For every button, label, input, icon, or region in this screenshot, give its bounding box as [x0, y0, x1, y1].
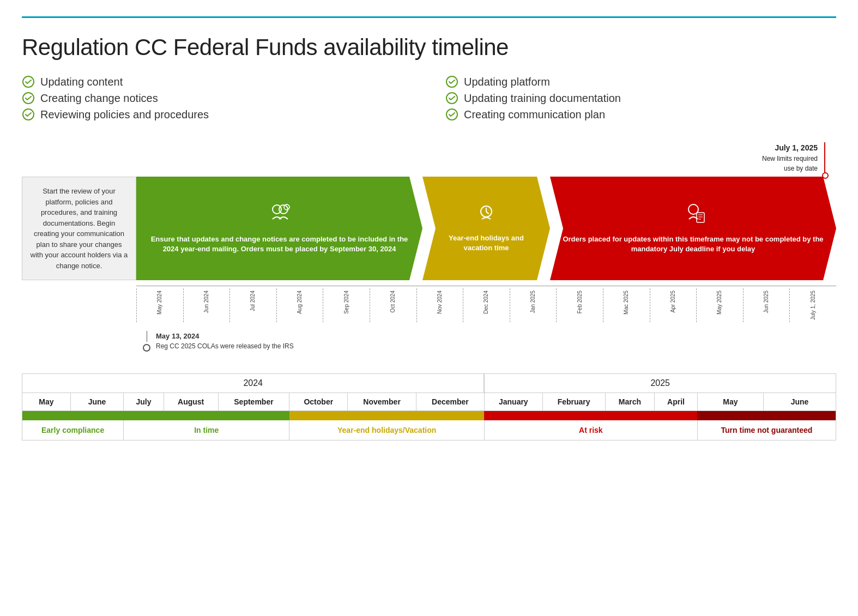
color-march [605, 410, 655, 420]
check-icon-5 [445, 92, 458, 105]
color-june-25 [763, 410, 836, 420]
timeline-left-box: Start the review of your platform, polic… [22, 177, 136, 280]
month-row: May June July August September October N… [22, 392, 836, 410]
month-december: December [416, 392, 485, 410]
annot-dot [143, 344, 150, 352]
axis-tick-6: Nov 2024 [416, 288, 463, 322]
segment-red: Orders placed for updates within this ti… [550, 177, 836, 280]
axis-tick-14: July 1, 2025 [789, 288, 836, 322]
july-marker: July 1, 2025 New limits required use by … [762, 142, 825, 173]
year-2025: 2025 [484, 373, 836, 392]
check-icon-2 [22, 92, 35, 105]
month-october: October [289, 392, 348, 410]
green-icon [266, 203, 293, 230]
color-july [124, 410, 164, 420]
july-line2: use by date [762, 164, 818, 173]
segment-yellow-text: Year-end holidays and vacation time [433, 233, 539, 253]
axis-tick-10: Mac 2025 [603, 288, 650, 322]
label-year-end: Year-end holidays/Vacation [289, 420, 485, 440]
month-february: February [542, 392, 605, 410]
color-april [655, 410, 698, 420]
axis-tick-5: Oct 2024 [370, 288, 416, 322]
month-june-25: June [763, 392, 836, 410]
color-december [416, 410, 485, 420]
color-september [218, 410, 289, 420]
check-icon-6 [445, 108, 458, 121]
segment-green: Ensure that updates and change notices a… [136, 177, 422, 280]
color-november [348, 410, 416, 420]
axis-tick-9: Feb 2025 [556, 288, 603, 322]
month-january: January [484, 392, 542, 410]
check-item-2: Creating change notices [22, 90, 413, 106]
axis-tick-2: Jul 2024 [229, 288, 276, 322]
axis-tick-8: Jan 2025 [510, 288, 557, 322]
color-october [289, 410, 348, 420]
color-february [542, 410, 605, 420]
label-in-time: In time [124, 420, 289, 440]
axis-tick-3: Aug 2024 [276, 288, 323, 322]
timeline-section: Start the review of your platform, polic… [22, 177, 836, 280]
month-august: August [164, 392, 218, 410]
legend-table: 2024 2025 May June July August September… [22, 373, 836, 441]
check-icon-1 [22, 75, 35, 88]
red-icon [681, 203, 705, 230]
color-january [484, 410, 542, 420]
color-june [70, 410, 123, 420]
month-november: November [348, 392, 416, 410]
segment-red-text: Orders placed for updates within this ti… [561, 234, 825, 254]
month-june: June [70, 392, 123, 410]
july-line1: New limits required [762, 154, 818, 164]
axis-tick-12: May 2025 [696, 288, 743, 322]
axis-tick-7: Dec 2024 [463, 288, 510, 322]
check-item-4: Updating platform [445, 74, 836, 90]
date-annotation: May 13, 2024 Reg CC 2025 COLAs were rele… [136, 322, 836, 352]
check-icon-4 [445, 75, 458, 88]
svg-rect-15 [697, 213, 704, 222]
annot-text: May 13, 2024 Reg CC 2025 COLAs were rele… [156, 331, 294, 352]
axis-tick-11: Apr 2025 [650, 288, 697, 322]
check-item-6: Creating communication plan [445, 106, 836, 123]
color-may-25 [697, 410, 763, 420]
check-item-5: Updating training documentation [445, 90, 836, 106]
check-icon-3 [22, 108, 35, 121]
month-may-25: May [697, 392, 763, 410]
month-july: July [124, 392, 164, 410]
timeline-arrows: Ensure that updates and change notices a… [136, 177, 836, 280]
axis-tick-1: Jun 2024 [183, 288, 230, 322]
month-may: May [22, 392, 71, 410]
label-row: Early compliance In time Year-end holida… [22, 420, 836, 440]
color-row [22, 410, 836, 420]
year-header-row: 2024 2025 [22, 373, 836, 392]
month-march: March [605, 392, 655, 410]
axis-tick-13: Jun 2025 [743, 288, 790, 322]
color-may [22, 410, 71, 420]
annot-body: Reg CC 2025 COLAs were released by the I… [156, 341, 294, 351]
checklist: Updating content Creating change notices… [22, 74, 836, 123]
month-april: April [655, 392, 698, 410]
check-item-1: Updating content [22, 74, 413, 90]
segment-green-text: Ensure that updates and change notices a… [147, 234, 412, 254]
page-title: Regulation CC Federal Funds availability… [22, 34, 836, 61]
check-item-3: Reviewing policies and procedures [22, 106, 413, 123]
label-turn-time: Turn time not guaranteed [697, 420, 836, 440]
year-2024: 2024 [22, 373, 485, 392]
axis-tick-0: May 2024 [136, 288, 183, 322]
yellow-icon [476, 204, 496, 229]
color-august [164, 410, 218, 420]
axis-tick-4: Sep 2024 [323, 288, 370, 322]
segment-yellow: Year-end holidays and vacation time [422, 177, 550, 280]
timeline-axis: May 2024 Jun 2024 Jul 2024 Aug 2024 Sep … [136, 286, 836, 322]
annot-date: May 13, 2024 [156, 331, 294, 342]
july-date: July 1, 2025 [762, 142, 818, 154]
label-early: Early compliance [22, 420, 124, 440]
month-september: September [218, 392, 289, 410]
label-at-risk: At risk [484, 420, 697, 440]
